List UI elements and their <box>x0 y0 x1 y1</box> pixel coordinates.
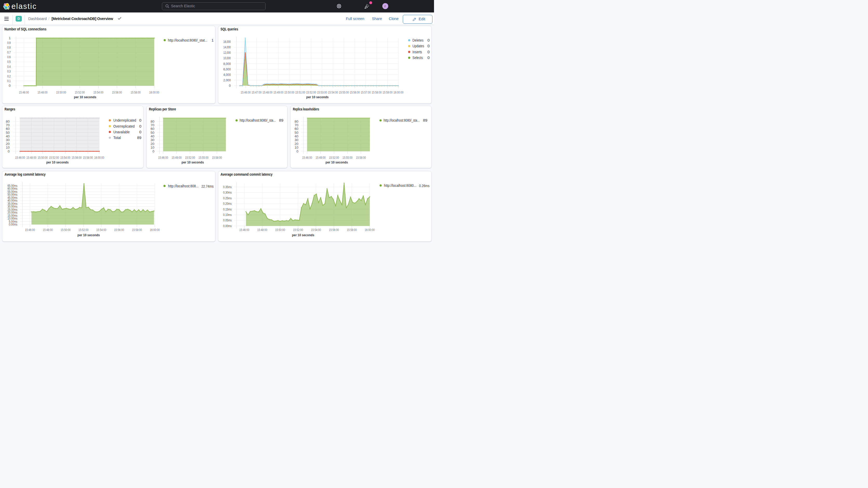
svg-text:15:52:00: 15:52:00 <box>293 228 303 232</box>
svg-text:Deletes: Deletes <box>412 38 424 42</box>
svg-text:Selects: Selects <box>412 55 423 60</box>
svg-text:1: 1 <box>9 36 11 40</box>
svg-text:15:54:00: 15:54:00 <box>93 90 103 94</box>
svg-text:15:54:00: 15:54:00 <box>328 90 338 94</box>
svg-text:89: 89 <box>423 118 428 122</box>
svg-text:10: 10 <box>6 146 10 149</box>
svg-text:per 10 seconds: per 10 seconds <box>292 233 314 237</box>
svg-text:16:00:00: 16:00:00 <box>150 228 160 232</box>
svg-text:20: 20 <box>6 142 10 146</box>
svg-text:15:49:00: 15:49:00 <box>273 90 283 94</box>
svg-text:http://localhost:8080...: http://localhost:8080... <box>384 183 416 188</box>
svg-text:Underreplicated: Underreplicated <box>113 118 136 122</box>
svg-text:89: 89 <box>137 135 142 140</box>
svg-text:4,000: 4,000 <box>223 73 231 77</box>
svg-text:15:54:00: 15:54:00 <box>311 228 321 232</box>
svg-text:80: 80 <box>295 120 298 123</box>
svg-text:15:56:00: 15:56:00 <box>114 228 124 232</box>
svg-text:15:58:00: 15:58:00 <box>372 90 382 94</box>
svg-text:15:54:00: 15:54:00 <box>60 156 70 159</box>
svg-text:30: 30 <box>295 138 298 142</box>
svg-text:http://localhost:8080/_stat...: http://localhost:8080/_stat... <box>168 38 207 42</box>
svg-text:20: 20 <box>295 142 298 146</box>
svg-text:0: 0 <box>153 149 154 153</box>
svg-text:15:52:00: 15:52:00 <box>75 90 85 94</box>
svg-text:40: 40 <box>295 134 298 138</box>
svg-text:15:46:00: 15:46:00 <box>158 156 168 159</box>
svg-text:70: 70 <box>151 123 154 127</box>
svg-text:15:52:00: 15:52:00 <box>79 228 89 232</box>
svg-text:40: 40 <box>6 134 10 138</box>
svg-text:per 10 seconds: per 10 seconds <box>306 95 329 99</box>
svg-text:Average command commit latency: Average command commit latency <box>221 172 273 177</box>
svg-text:80: 80 <box>6 120 10 123</box>
svg-text:16:00:00: 16:00:00 <box>149 90 159 94</box>
svg-text:15:46:00: 15:46:00 <box>25 228 35 232</box>
svg-text:15:46:00: 15:46:00 <box>15 156 25 159</box>
svg-text:70: 70 <box>295 123 298 127</box>
svg-text:10: 10 <box>151 146 154 149</box>
svg-text:0.5: 0.5 <box>7 60 11 64</box>
svg-text:0.20ms: 0.20ms <box>223 202 232 206</box>
svg-text:65.00ms: 65.00ms <box>7 184 18 188</box>
svg-text:15:58:00: 15:58:00 <box>212 156 222 159</box>
svg-text:0.30ms: 0.30ms <box>223 190 232 194</box>
svg-text:0: 0 <box>139 130 142 134</box>
svg-text:15:55:00: 15:55:00 <box>343 156 353 159</box>
svg-text:Unavailable: Unavailable <box>113 130 130 134</box>
svg-text:8,000: 8,000 <box>223 62 231 66</box>
svg-text:0.26ms: 0.26ms <box>419 183 430 188</box>
svg-text:14,000: 14,000 <box>223 45 231 49</box>
svg-text:Replica leaseholders: Replica leaseholders <box>293 107 319 111</box>
svg-text:15:58:00: 15:58:00 <box>347 228 357 232</box>
svg-text:0.35ms: 0.35ms <box>223 185 232 189</box>
svg-text:0.25ms: 0.25ms <box>223 196 232 200</box>
svg-text:30: 30 <box>6 138 10 142</box>
svg-text:15:58:00: 15:58:00 <box>356 156 366 159</box>
svg-text:15:56:00: 15:56:00 <box>112 90 122 94</box>
svg-text:per 10 seconds: per 10 seconds <box>78 233 100 237</box>
svg-text:0: 0 <box>9 84 11 88</box>
svg-text:0.15ms: 0.15ms <box>223 207 232 211</box>
svg-text:Total: Total <box>113 135 121 140</box>
svg-text:0.8: 0.8 <box>7 45 11 49</box>
svg-text:Replicas per Store: Replicas per Store <box>149 107 176 111</box>
svg-text:Inserts: Inserts <box>412 50 422 54</box>
svg-text:15:52:00: 15:52:00 <box>329 156 339 159</box>
svg-text:22.74ms: 22.74ms <box>202 184 214 188</box>
svg-text:SQL queries: SQL queries <box>221 27 238 31</box>
svg-text:15:49:00: 15:49:00 <box>315 156 326 159</box>
svg-text:15:57:00: 15:57:00 <box>361 90 371 94</box>
svg-text:15:58:00: 15:58:00 <box>132 228 142 232</box>
svg-text:30: 30 <box>151 138 154 142</box>
svg-text:0: 0 <box>428 55 430 60</box>
svg-text:20: 20 <box>151 142 154 146</box>
svg-text:2,000: 2,000 <box>223 78 231 82</box>
svg-text:15:50:00: 15:50:00 <box>56 90 66 94</box>
svg-text:0: 0 <box>139 124 142 128</box>
svg-text:per 10 seconds: per 10 seconds <box>74 95 96 99</box>
svg-text:15:51:00: 15:51:00 <box>295 90 305 94</box>
svg-text:15:52:00: 15:52:00 <box>49 156 59 159</box>
svg-text:0: 0 <box>428 38 430 42</box>
svg-text:http://localhost:8080/_sta...: http://localhost:8080/_sta... <box>240 118 276 122</box>
svg-text:Average log commit latency: Average log commit latency <box>5 172 46 177</box>
svg-text:15:47:00: 15:47:00 <box>252 90 262 94</box>
svg-text:0: 0 <box>139 118 142 122</box>
svg-text:0.3: 0.3 <box>7 69 11 73</box>
svg-text:0: 0 <box>428 50 430 54</box>
svg-text:15:52:00: 15:52:00 <box>306 90 316 94</box>
svg-text:16,000: 16,000 <box>223 40 231 44</box>
svg-text:6,000: 6,000 <box>223 67 231 71</box>
svg-text:0: 0 <box>8 149 10 153</box>
svg-text:10,000: 10,000 <box>223 56 231 60</box>
svg-text:per 10 seconds: per 10 seconds <box>46 160 69 164</box>
svg-text:60: 60 <box>295 127 298 131</box>
svg-text:15:59:00: 15:59:00 <box>382 90 393 94</box>
svg-text:0.05ms: 0.05ms <box>223 218 232 222</box>
svg-text:15:55:00: 15:55:00 <box>198 156 209 159</box>
svg-text:15:56:00: 15:56:00 <box>72 156 82 159</box>
svg-text:15:54:00: 15:54:00 <box>96 228 106 232</box>
svg-text:Number of SQL connections: Number of SQL connections <box>4 27 46 31</box>
svg-text:15:48:00: 15:48:00 <box>262 90 272 94</box>
